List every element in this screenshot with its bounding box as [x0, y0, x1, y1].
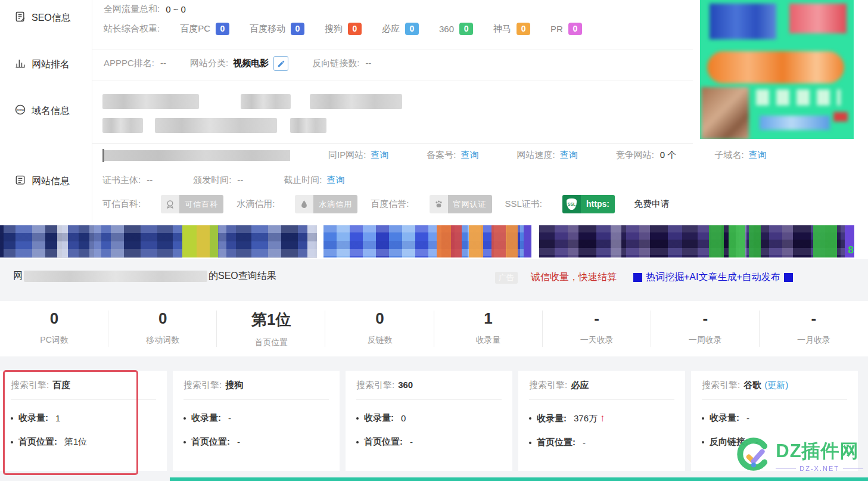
- engine-card-baidu: 搜索引擎:百度 收录量:1 首页位置:第1位: [0, 371, 167, 471]
- sidebar-item-seo-info[interactable]: SEO信息: [14, 11, 71, 25]
- bullet-icon: [356, 441, 359, 443]
- traffic-label: 全网流量总和:: [104, 4, 160, 15]
- icp-query: 备案号:查询: [427, 150, 478, 161]
- update-link[interactable]: (更新): [764, 380, 788, 390]
- bullet-icon: [11, 441, 13, 443]
- weight-badge: 0: [517, 23, 530, 35]
- stat-homepage-position: 第1位首页位置: [217, 301, 325, 356]
- baidu-reputation-label: 百度信誉:: [371, 198, 409, 210]
- certificate-row: 证书主体:-- 颁发时间:-- 截止时间:查询: [102, 175, 345, 186]
- trust-baike-badge[interactable]: 可信百科: [161, 195, 223, 213]
- card-row: 收录量:0: [356, 412, 502, 424]
- bullet-icon: [702, 417, 704, 420]
- bullet-icon: [529, 442, 531, 444]
- blurred-domain-text: [310, 94, 402, 109]
- blurred-domain-text: [155, 118, 277, 133]
- card-row: 收录量:1: [11, 412, 156, 424]
- blur-block: [760, 116, 830, 130]
- dash-line: [776, 468, 796, 469]
- blurred-domain-in-title: [24, 271, 207, 282]
- sidebar-item-label: 网站排名: [32, 58, 70, 71]
- bar-chart-icon: [14, 57, 26, 72]
- pencil-icon: [277, 60, 285, 68]
- backlinks: 反向链接数:--: [312, 58, 371, 69]
- ad-banner-blurred-2[interactable]: [323, 225, 531, 257]
- baidu-reputation-badge[interactable]: 官网认证: [430, 195, 492, 213]
- banner-badge: 8: [848, 244, 854, 256]
- weight-baidu-mobile[interactable]: 百度移动0: [250, 23, 304, 35]
- blue-square-icon: [633, 273, 642, 282]
- weight-shenma[interactable]: 神马0: [493, 23, 530, 35]
- watermark: DZ插件网 DZ-X.NET: [736, 437, 863, 474]
- query-link[interactable]: 查询: [327, 175, 345, 185]
- ad-banner-blurred-1[interactable]: [0, 225, 317, 257]
- weight-sogou[interactable]: 搜狗0: [325, 23, 362, 35]
- blue-square-icon: [784, 273, 793, 282]
- query-link[interactable]: 查询: [560, 150, 578, 160]
- weight-label: 站长综合权重:: [104, 23, 160, 35]
- sidebar: SEO信息 网站排名 www 域名信息 网站信息: [0, 0, 92, 222]
- app-rank: APPPC排名:--: [104, 58, 166, 69]
- speed-query: 网站速度:查询: [517, 150, 578, 161]
- promo-image-blurred[interactable]: [700, 0, 854, 139]
- engine-card-sogou: 搜索引擎:搜狗 收录量:- 首页位置:-: [173, 371, 340, 471]
- site-category: 网站分类: 视频电影: [190, 56, 288, 71]
- sidebar-item-label: 网站信息: [32, 175, 70, 188]
- weight-baidu-pc[interactable]: 百度PC0: [180, 23, 229, 35]
- stat-backlinks: 0反链数: [325, 301, 434, 356]
- weight-bing[interactable]: 必应0: [382, 23, 419, 35]
- card-row: 收录量:-: [183, 412, 329, 424]
- card-row: 收录量:-: [702, 412, 847, 424]
- card-row: 首页位置:-: [529, 437, 674, 448]
- card-row: 首页位置:第1位: [11, 436, 156, 448]
- globe-www-icon: www: [14, 104, 26, 118]
- query-link[interactable]: 查询: [461, 150, 479, 160]
- ssl-https-badge[interactable]: SSL https:: [562, 195, 615, 213]
- sidebar-item-site-rank[interactable]: 网站排名: [14, 57, 70, 72]
- ad-banner-blurred-3[interactable]: 8: [539, 225, 854, 257]
- engine-card-bing: 搜索引擎:必应 收录量:376万↑ 首页位置:-: [518, 371, 685, 471]
- blur-block: [707, 51, 844, 83]
- query-link[interactable]: 查询: [749, 150, 767, 160]
- paw-icon: [430, 195, 448, 213]
- divider: [92, 49, 693, 49]
- blur-block: [710, 4, 776, 39]
- credential-badges-row: 可信百科: 可信百科 水滴信用: 水滴信用 百度信誉: 官网认证 SSL证书: …: [102, 195, 670, 213]
- bullet-icon: [183, 441, 186, 443]
- competitors: 竞争网站:0 个: [616, 150, 677, 161]
- edit-category-button[interactable]: [273, 56, 288, 71]
- sidebar-item-site-info[interactable]: 网站信息: [14, 174, 70, 188]
- ad-link-red[interactable]: 诚信收量，快速结算: [531, 271, 617, 284]
- weight-badge: 0: [216, 23, 229, 35]
- weight-pr[interactable]: PR0: [550, 23, 582, 35]
- cert-subject: 证书主体:--: [102, 175, 153, 186]
- ad-link-blue[interactable]: 热词挖掘+AI文章生成+自动发布: [633, 271, 793, 284]
- stat-mobile-keywords: 0移动词数: [108, 301, 217, 356]
- blur-block: [701, 87, 749, 139]
- watermark-logo-icon: [736, 437, 771, 474]
- ssl-label: SSL证书:: [505, 198, 543, 210]
- weight-badge: 0: [348, 23, 362, 35]
- watermark-title: DZ插件网: [776, 439, 863, 464]
- blurred-domain-text: [102, 118, 143, 133]
- traffic-value: 0 ~ 0: [166, 4, 186, 14]
- blurred-ip-text: [102, 150, 290, 161]
- ssl-apply-link[interactable]: 免费申请: [634, 198, 670, 210]
- engine-cards-row: 搜索引擎:百度 收录量:1 首页位置:第1位 搜索引擎:搜狗 收录量:- 首页位…: [0, 371, 858, 471]
- blur-block: [833, 112, 848, 122]
- bullet-icon: [702, 441, 704, 443]
- water-credit-badge[interactable]: 水滴信用: [295, 195, 357, 213]
- traffic-row: 全网流量总和: 0 ~ 0: [104, 4, 186, 15]
- weight-360[interactable]: 3600: [439, 23, 473, 35]
- subdomain-query: 子域名:查询: [714, 150, 766, 161]
- blurred-domain-text: [241, 94, 291, 109]
- stat-indexed: 1收录量: [434, 301, 543, 356]
- stat-one-day-index: -一天收录: [543, 301, 651, 356]
- water-credit-label: 水滴信用:: [237, 198, 275, 210]
- card-row: 首页位置:-: [356, 436, 502, 448]
- sidebar-item-label: SEO信息: [32, 12, 71, 24]
- blur-block: [756, 89, 841, 105]
- sidebar-item-domain-info[interactable]: www 域名信息: [14, 104, 70, 118]
- query-link[interactable]: 查询: [371, 150, 388, 160]
- site-overview-panel: SEO信息 网站排名 www 域名信息 网站信息 全网流量总和: 0 ~ 0: [0, 0, 868, 222]
